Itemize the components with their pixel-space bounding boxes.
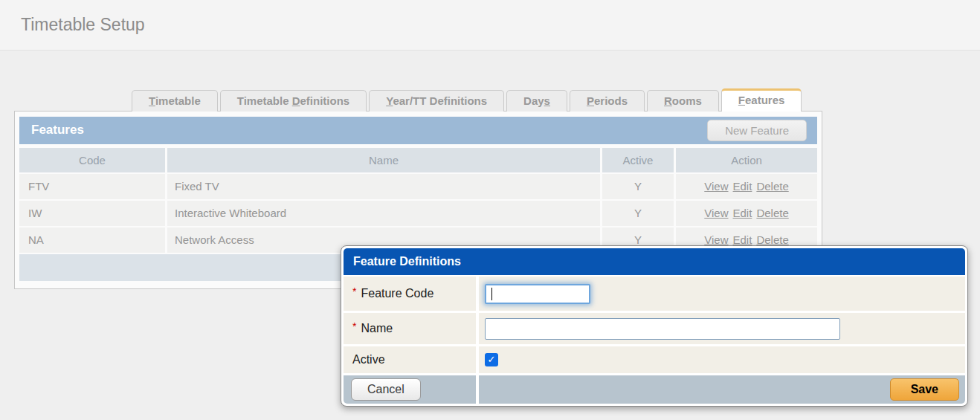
modal-title: Feature Definitions: [344, 248, 965, 275]
view-link[interactable]: View: [704, 233, 728, 246]
cancel-button[interactable]: Cancel: [351, 378, 421, 401]
screen: Timetable Setup Timetable Timetable Defi…: [0, 0, 980, 420]
feature-definitions-modal: Feature Definitions * Feature Code * Nam…: [341, 245, 968, 407]
cell-name: Interactive Whiteboard: [167, 201, 600, 226]
delete-link[interactable]: Delete: [756, 180, 788, 193]
app-header: Timetable Setup: [0, 0, 980, 51]
column-header-code: Code: [19, 148, 165, 172]
edit-link[interactable]: Edit: [733, 180, 752, 193]
active-row: Active ✓: [344, 346, 965, 373]
tab-year-tt-definitions[interactable]: Year/TT Definitions: [369, 90, 504, 112]
new-feature-button[interactable]: New Feature: [707, 120, 807, 141]
tab-rooms[interactable]: Rooms: [647, 90, 719, 112]
name-field-cell: [479, 313, 965, 344]
active-field-cell: ✓: [479, 346, 965, 373]
cell-code: IW: [19, 201, 165, 226]
features-panel-header: Features New Feature: [19, 117, 817, 144]
tabbar: Timetable Timetable Definitions Year/TT …: [132, 88, 802, 112]
cell-action: ViewEditDelete: [676, 201, 817, 226]
feature-code-input-wrap: [485, 284, 590, 304]
cell-active: Y: [602, 174, 674, 199]
table-row: FTV Fixed TV Y ViewEditDelete: [19, 174, 817, 199]
active-label: Active: [344, 346, 476, 373]
view-link[interactable]: View: [704, 207, 728, 219]
modal-footer: Cancel Save: [344, 375, 965, 404]
delete-link[interactable]: Delete: [756, 233, 788, 246]
modal-footer-right: Save: [479, 375, 965, 404]
required-asterisk: *: [352, 320, 356, 332]
cell-code: FTV: [19, 174, 165, 199]
cell-code: NA: [19, 227, 165, 253]
feature-code-row: * Feature Code: [344, 277, 965, 311]
edit-link[interactable]: Edit: [733, 207, 752, 219]
required-asterisk: *: [352, 285, 356, 297]
cell-name: Fixed TV: [167, 174, 600, 199]
name-input[interactable]: [485, 318, 840, 340]
column-header-name: Name: [167, 148, 600, 172]
tab-periods[interactable]: Periods: [570, 90, 645, 112]
table-row: IW Interactive Whiteboard Y ViewEditDele…: [19, 201, 817, 226]
column-header-action: Action: [676, 148, 817, 172]
page-title: Timetable Setup: [21, 15, 145, 35]
feature-code-field-cell: [479, 277, 965, 311]
name-row: * Name: [344, 313, 965, 344]
view-link[interactable]: View: [704, 180, 728, 193]
tab-timetable-definitions[interactable]: Timetable Definitions: [220, 90, 367, 112]
column-header-active: Active: [602, 148, 674, 172]
text-caret: [491, 288, 492, 300]
tab-timetable[interactable]: Timetable: [132, 90, 218, 112]
name-label: * Name: [344, 313, 476, 344]
save-button[interactable]: Save: [890, 378, 959, 401]
active-checkbox[interactable]: ✓: [485, 353, 498, 366]
feature-code-input[interactable]: [485, 284, 590, 304]
cell-active: Y: [602, 201, 674, 226]
feature-code-label: * Feature Code: [344, 277, 476, 311]
features-panel-title: Features: [31, 123, 84, 138]
tab-features[interactable]: Features: [721, 88, 802, 112]
edit-link[interactable]: Edit: [733, 233, 752, 246]
tab-days[interactable]: Days: [506, 90, 567, 112]
table-header-row: Code Name Active Action: [19, 148, 817, 172]
cell-action: ViewEditDelete: [676, 174, 817, 199]
delete-link[interactable]: Delete: [756, 207, 788, 219]
modal-footer-left: Cancel: [344, 375, 476, 404]
